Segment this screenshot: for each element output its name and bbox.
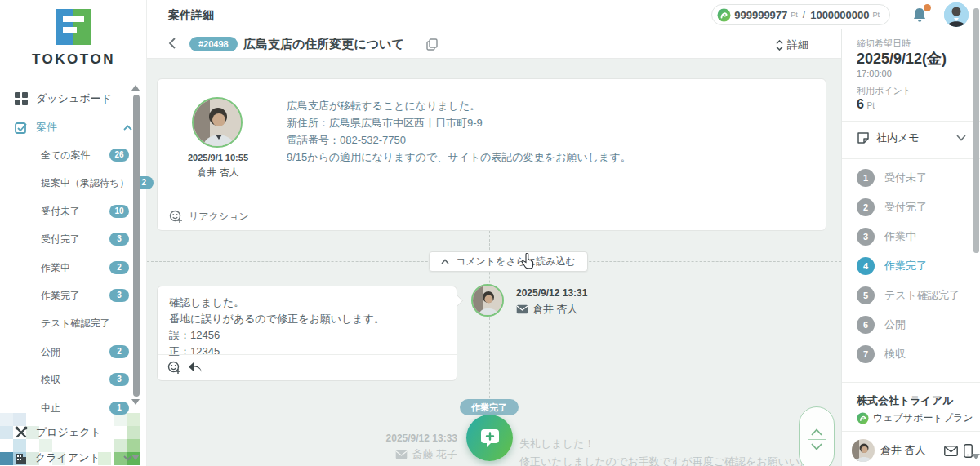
comment-meta: 2025/9/12 13:31 倉井 杏人 (516, 287, 587, 317)
sidebar-item-accepted[interactable]: 検収 3 (41, 371, 129, 388)
used-points-label: 利用ポイント (857, 85, 911, 97)
sidebar-item-work-done[interactable]: 作業完了 3 (41, 287, 129, 304)
step-label: 作業完了 (884, 259, 927, 273)
avatar-image (852, 439, 875, 462)
load-more-comments-button[interactable]: コメントをさらに読み込む (429, 251, 588, 272)
sidebar-item-reception-pending[interactable]: 受付未了 10 (41, 203, 129, 220)
sidebar-item-cases[interactable]: 案件 (15, 120, 132, 135)
copy-icon (426, 38, 438, 51)
add-reaction-icon[interactable] (169, 210, 183, 224)
count-badge: 3 (109, 289, 129, 302)
copy-button[interactable] (426, 38, 438, 50)
scroll-up-button[interactable] (811, 428, 822, 436)
reply-icon[interactable] (188, 362, 203, 374)
tools-icon (15, 426, 28, 439)
brand-logo[interactable]: TOKOTON (0, 8, 147, 68)
window-scrollbar-thumb[interactable] (973, 8, 979, 253)
sidebar-scroll-down-arrow[interactable] (131, 399, 140, 405)
comment-date: 2025/9/12 13:31 (516, 287, 587, 299)
post-date: 2025/9/1 10:55 (158, 153, 278, 162)
detail-toggle[interactable]: 詳細 (776, 38, 808, 52)
post-author-avatar[interactable] (192, 97, 243, 148)
avatar-image (473, 286, 502, 315)
comment-bubble: 確認しました。 番地に誤りがあるので修正をお願いします。 誤：12456 正：1… (157, 286, 457, 381)
add-comment-button[interactable] (466, 415, 513, 461)
back-button[interactable] (167, 37, 180, 50)
post-body: 広島支店が移転することになりました。 新住所：広島県広島市中区西十日市町9-9 … (287, 97, 631, 166)
sidebar-item-label: 検収 (41, 373, 60, 387)
sidebar-scrollbar-thumb[interactable] (133, 95, 140, 397)
sidebar-item-proposed[interactable]: 提案中（承認待ち） 2 (41, 175, 129, 191)
mosaic-tile (0, 426, 13, 439)
avatar-image (944, 2, 969, 27)
step-number: 2 (857, 198, 875, 216)
comment-date: 2025/9/12 13:33 (335, 433, 457, 444)
mosaic-tile (0, 413, 13, 426)
comment-line: 誤：12456 (169, 327, 445, 344)
window-scroll-down-arrow[interactable] (972, 454, 980, 459)
dashboard-icon (15, 92, 28, 105)
sidebar-item-label: 案件 (36, 120, 115, 135)
comment-author-name: 倉井 杏人 (532, 302, 578, 317)
divider (842, 158, 980, 159)
post-line: 電話番号：082-532-7750 (287, 131, 631, 149)
divider (842, 431, 980, 432)
sidebar-item-published[interactable]: 公開 2 (41, 344, 129, 360)
post-author-name: 倉井 杏人 (158, 166, 278, 180)
step-1: 1 受付未了 (857, 169, 927, 187)
count-badge: 3 (109, 233, 129, 246)
add-reaction-icon[interactable] (167, 361, 181, 375)
plan-name: ウェブサポートプラン (873, 411, 973, 425)
points-balance[interactable]: 999999977 Pt / 1000000000 Pt (711, 4, 890, 25)
sidebar-item-client[interactable]: クライアント (15, 450, 132, 465)
sidebar-item-project[interactable]: プロジェクト (15, 425, 101, 440)
used-points-value: 6 (857, 97, 864, 111)
comment-meta: 2025/9/12 13:33 斎藤 花子 (335, 433, 457, 462)
sidebar-item-label: 作業完了 (41, 289, 80, 303)
internal-memo-toggle[interactable]: 社内メモ (857, 131, 966, 145)
chat-add-icon (479, 428, 501, 449)
points-unit: Pt (872, 11, 880, 19)
step-number: 1 (857, 169, 875, 187)
post-line: 9/15からの適用になりますので、サイトの表記の変更をお願いします。 (287, 149, 631, 166)
sidebar-item-cancelled[interactable]: 中止 1 (41, 400, 129, 416)
step-number: 3 (857, 228, 875, 246)
sidebar: TOKOTON ダッシュボード 案件 全ての案件 26 (0, 0, 147, 466)
contact-avatar[interactable] (852, 439, 875, 462)
detail-toggle-label: 詳細 (787, 38, 808, 52)
count-badge: 2 (109, 261, 129, 274)
post-line: 新住所：広島県広島市中区西十日市町9-9 (287, 114, 631, 131)
sidebar-item-in-progress[interactable]: 作業中 2 (41, 260, 129, 276)
sidebar-item-reception-done[interactable]: 受付完了 3 (41, 231, 129, 247)
sidebar-item-dashboard[interactable]: ダッシュボード (15, 91, 112, 106)
user-avatar[interactable] (944, 2, 969, 27)
comment-line: 失礼しました！ (519, 435, 841, 453)
step-6: 6 公開 (857, 316, 906, 334)
step-7: 7 検収 (857, 345, 906, 363)
step-number: 7 (857, 345, 875, 363)
mail-icon[interactable] (944, 446, 958, 456)
sidebar-scroll-down-arrow[interactable] (131, 455, 140, 460)
top-header: 案件詳細 999999977 Pt / 1000000000 Pt (147, 0, 980, 29)
sidebar-item-label: プロジェクト (36, 425, 101, 440)
scroll-down-button[interactable] (811, 443, 822, 450)
comment-author-avatar[interactable] (471, 284, 504, 317)
step-2: 2 受付完了 (857, 198, 927, 216)
page-title: 案件詳細 (168, 8, 214, 23)
step-5: 5 テスト確認完了 (857, 286, 960, 304)
comment-author-name: 斎藤 花子 (412, 447, 457, 462)
case-title-bar: #20498 広島支店の住所変更について 詳細 (147, 29, 841, 59)
sidebar-item-test-confirmed[interactable]: テスト確認完了 (41, 315, 129, 331)
step-number: 4 (857, 257, 875, 275)
reaction-bar: リアクション (158, 202, 826, 230)
step-label: 受付未了 (884, 171, 927, 185)
notifications-button[interactable] (911, 7, 929, 24)
case-title: 広島支店の住所変更について (243, 37, 404, 52)
sidebar-scroll-up-arrow[interactable] (131, 85, 140, 91)
reaction-label[interactable]: リアクション (189, 210, 249, 224)
sort-icon (776, 40, 783, 51)
mail-icon (395, 450, 408, 459)
mail-icon (516, 304, 528, 314)
step-label: 作業中 (884, 229, 916, 244)
sidebar-item-all-cases[interactable]: 全ての案件 26 (41, 147, 129, 163)
